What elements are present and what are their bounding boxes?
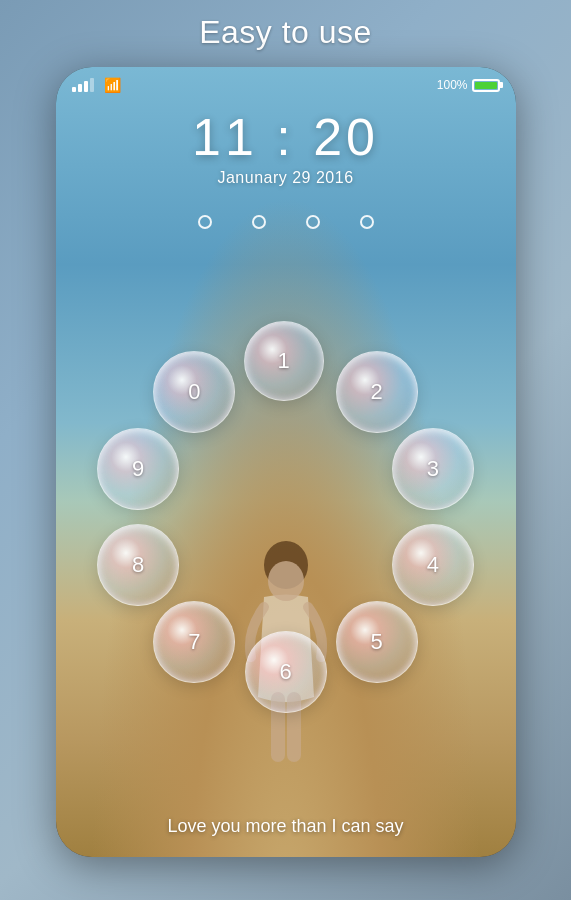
battery-percent-label: 100% — [437, 78, 468, 92]
key-7-button[interactable]: 7 — [153, 601, 235, 683]
pin-dot-2 — [252, 215, 266, 229]
clock-time: 11 : 20 — [56, 107, 516, 167]
key-4-button[interactable]: 4 — [392, 524, 474, 606]
status-bar: 📶 100% — [56, 67, 516, 103]
wifi-icon: 📶 — [104, 77, 121, 93]
phone-frame: 📶 100% 11 : 20 Janunary 29 2016 12345678… — [56, 67, 516, 857]
bottom-text: Love you more than I can say — [56, 816, 516, 837]
phone-screen: 📶 100% 11 : 20 Janunary 29 2016 12345678… — [56, 67, 516, 857]
pin-dot-3 — [306, 215, 320, 229]
key-0-button[interactable]: 0 — [153, 351, 235, 433]
key-2-button[interactable]: 2 — [336, 351, 418, 433]
pin-dot-1 — [198, 215, 212, 229]
signal-bar-3 — [84, 81, 88, 92]
key-5-button[interactable]: 5 — [336, 601, 418, 683]
signal-bar-1 — [72, 87, 76, 92]
pin-dot-4 — [360, 215, 374, 229]
key-1-button[interactable]: 1 — [244, 321, 324, 401]
signal-bar-4 — [90, 78, 94, 92]
bubble-keypad: 1234567890 — [56, 247, 516, 807]
battery-icon — [472, 79, 500, 92]
key-6-button[interactable]: 6 — [245, 631, 327, 713]
signal-bar-2 — [78, 84, 82, 92]
battery-area: 100% — [437, 78, 500, 92]
key-9-button[interactable]: 9 — [97, 428, 179, 510]
key-3-button[interactable]: 3 — [392, 428, 474, 510]
clock-area: 11 : 20 Janunary 29 2016 — [56, 107, 516, 187]
pin-dots — [56, 215, 516, 229]
signal-area: 📶 — [72, 77, 121, 93]
key-8-button[interactable]: 8 — [97, 524, 179, 606]
clock-date: Janunary 29 2016 — [56, 169, 516, 187]
page-title: Easy to use — [199, 14, 372, 51]
signal-bars-icon — [72, 78, 94, 92]
battery-fill — [475, 82, 497, 89]
